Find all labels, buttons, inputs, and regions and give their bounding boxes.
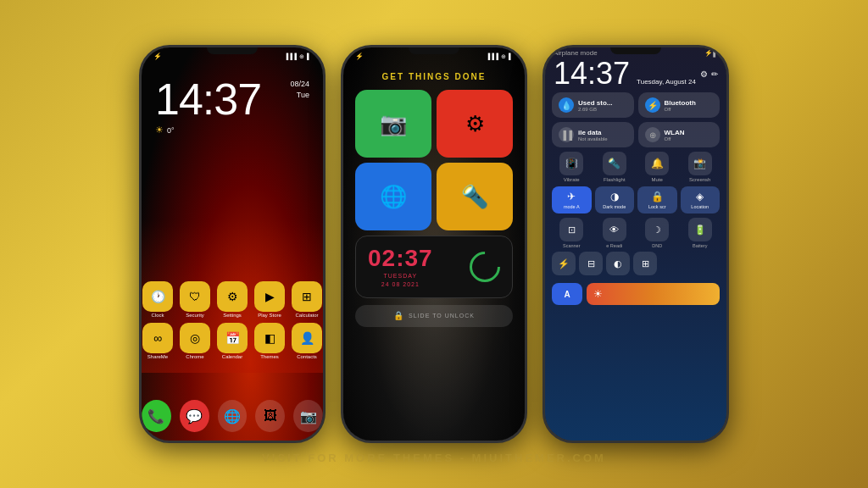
p2-apps-grid: 📷 ⚙ 🌐 🔦 <box>343 90 525 230</box>
status-icons-2: ▐▐▐ ⊕ ▌ <box>486 53 513 60</box>
p2-tile-flashlight[interactable]: 🔦 <box>437 163 513 230</box>
list-item[interactable]: 🛡 Security <box>180 281 210 318</box>
edit-icon-p3[interactable]: ✏ <box>711 69 718 79</box>
list-item[interactable]: ⚙ Settings <box>217 281 248 318</box>
dock-messages[interactable]: 💬 <box>180 400 209 432</box>
list-item[interactable]: 📅 Calendar <box>217 323 248 359</box>
app-icon-calculator[interactable]: ⊞ <box>292 281 322 312</box>
dock-gallery[interactable]: 🖼 <box>255 400 285 432</box>
p3-lang-button[interactable]: A <box>552 283 582 305</box>
status-bar-1: ⚡ ▐▐▐ ⊕ ▌ <box>142 47 323 62</box>
mute-label: Mute <box>652 177 663 182</box>
p3-extras-row: ⚡ ⊟ ◐ ⊞ <box>545 248 726 279</box>
p3-wlan-state: Off <box>665 136 714 141</box>
dnd-icon: ☽ <box>645 218 669 241</box>
p3-mode-dark[interactable]: ◑ Dark mode <box>595 186 635 214</box>
p2-clock-time: 02:37 <box>368 245 433 272</box>
p1-date: 08/24 Tue <box>290 79 309 100</box>
p3-brightness-slider[interactable]: ☀ <box>587 283 720 305</box>
app-icon-shareme[interactable]: ∞ <box>142 323 173 353</box>
homescreen-screen: ⚡ ▐▐▐ ⊕ ▌ GET THINGS DONE 📷 ⚙ 🌐 🔦 02:37 … <box>343 47 525 441</box>
p3-bluetooth-tile[interactable]: ⚡ Bluetooth Off <box>638 92 721 118</box>
p3-mobile-data-tile[interactable]: ▐▐ ile data Not available <box>552 122 634 147</box>
lang-label: A <box>564 290 570 299</box>
dock-phone[interactable]: 📞 <box>142 400 171 432</box>
p3-mode-tiles: ✈ mode A ◑ Dark mode 🔒 Lock scr ◈ Locati… <box>545 186 726 214</box>
brightness2-icon[interactable]: ◐ <box>606 252 630 275</box>
screenshot-icon: 📸 <box>688 152 712 175</box>
list-item[interactable]: ◎ Chrome <box>180 323 210 359</box>
settings-icon-p3[interactable]: ⚙ <box>700 69 708 79</box>
p3-action-screenshot[interactable]: 📸 Screensh <box>681 152 721 182</box>
p2-clock-day: TUESDAY <box>368 272 433 280</box>
brightness-sun-icon: ☀ <box>593 288 603 300</box>
p2-tile-camera[interactable]: 📷 <box>355 90 431 158</box>
p3-mode-lockscreen[interactable]: 🔒 Lock scr <box>637 186 677 214</box>
p2-clock-left: 02:37 TUESDAY 24 08 2021 <box>368 245 433 289</box>
p3-quick-actions: 📳 Vibrate 🔦 Flashlight 🔔 Mute 📸 Screensh <box>545 147 726 186</box>
p3-reading[interactable]: 👁 e Readi <box>595 218 635 248</box>
mobile-data-icon: ▐▐ <box>559 127 574 142</box>
battery-icon-1: ▌ <box>307 53 311 59</box>
p3-scanner[interactable]: ⊡ Scanner <box>552 218 592 248</box>
flash-icon[interactable]: ⚡ <box>552 252 576 275</box>
p1-big-time: 14:37 <box>155 77 309 121</box>
app-icon-playstore[interactable]: ▶ <box>254 281 285 312</box>
p1-date-num: 08/24 <box>290 79 309 90</box>
app-icon-chrome[interactable]: ◎ <box>180 323 210 353</box>
app-icon-settings[interactable]: ⚙ <box>217 281 248 312</box>
phones-container: ⚡ ▐▐▐ ⊕ ▌ 14:37 08/24 Tue ☀ 0° <box>139 45 729 443</box>
screen-icon[interactable]: ⊟ <box>579 252 603 275</box>
list-item[interactable]: ⊞ Calculator <box>292 281 322 318</box>
app-icon-themes[interactable]: ◧ <box>254 323 285 353</box>
list-item[interactable]: ▶ Play Store <box>254 281 285 318</box>
dock-browser[interactable]: 🌐 <box>218 400 248 432</box>
lockscreen-screen: ⚡ ▐▐▐ ⊕ ▌ 14:37 08/24 Tue ☀ 0° <box>142 47 323 441</box>
clock-circle-icon <box>464 245 507 288</box>
status-bar-2: ⚡ ▐▐▐ ⊕ ▌ <box>343 47 525 62</box>
app-label-clock: Clock <box>142 313 173 318</box>
sun-icon: ☀ <box>155 125 164 136</box>
p3-dnd[interactable]: ☽ DND <box>637 218 677 248</box>
battery-icon-p3: 🔋 <box>688 218 712 241</box>
p2-unlock-bar[interactable]: 🔒 SLIDE TO UNLOCK <box>355 305 513 327</box>
p3-storage-tile[interactable]: 💧 Used sto... 2.69 GB <box>552 92 634 118</box>
p3-wlan-tile[interactable]: ⊕ WLAN Off <box>638 122 721 147</box>
app-icon-clock[interactable]: 🕐 <box>142 281 173 312</box>
wifi-icon-1: ⊕ <box>299 53 304 60</box>
app-label-calendar: Calendar <box>217 354 248 359</box>
p2-tile-chrome[interactable]: 🌐 <box>355 163 431 230</box>
mute-icon: 🔔 <box>645 152 669 175</box>
bluetooth-icon-2: ⚡ <box>355 53 364 60</box>
app-icon-contacts[interactable]: 👤 <box>292 323 322 353</box>
dark-mode-icon: ◑ <box>610 191 619 202</box>
p3-action-flashlight[interactable]: 🔦 Flashlight <box>595 152 635 182</box>
p3-wlan-info: WLAN Off <box>665 129 714 141</box>
list-item[interactable]: ◧ Themes <box>254 323 285 359</box>
p3-mode-airplane[interactable]: ✈ mode A <box>552 186 592 214</box>
watermark-text: VISIT FOR MORE THEMES - MIUITHEMER.COM <box>262 452 606 464</box>
p2-tile-settings[interactable]: ⚙ <box>437 90 513 158</box>
p3-wlan-label: WLAN <box>665 129 714 136</box>
p1-weather: ☀ 0° <box>142 121 323 139</box>
dock-camera[interactable]: 📷 <box>293 400 323 432</box>
screenshot-label: Screensh <box>689 177 710 182</box>
phone-homescreen: ⚡ ▐▐▐ ⊕ ▌ GET THINGS DONE 📷 ⚙ 🌐 🔦 02:37 … <box>341 45 527 443</box>
scanner-icon: ⊡ <box>559 218 583 241</box>
app-icon-calendar[interactable]: 📅 <box>217 323 248 353</box>
p3-row3: ⊡ Scanner 👁 e Readi ☽ DND 🔋 Battery <box>545 214 726 248</box>
p3-action-mute[interactable]: 🔔 Mute <box>637 152 677 182</box>
p3-action-vibrate[interactable]: 📳 Vibrate <box>552 152 592 182</box>
p3-storage-info: Used sto... 2.69 GB <box>578 99 627 112</box>
list-item[interactable]: 🕐 Clock <box>142 281 173 318</box>
list-item[interactable]: 👤 Contacts <box>292 323 322 359</box>
p3-battery[interactable]: 🔋 Battery <box>681 218 721 248</box>
app-icon-security[interactable]: 🛡 <box>180 281 210 312</box>
list-item[interactable]: ∞ ShareMe <box>142 323 173 359</box>
p3-data-label: ile data <box>578 129 627 136</box>
app-label-calculator: Calculator <box>292 313 322 318</box>
p1-time-area: 14:37 08/24 Tue <box>142 62 323 121</box>
p3-mode-location[interactable]: ◈ Location <box>681 186 721 214</box>
extra-icon[interactable]: ⊞ <box>633 252 657 275</box>
p1-dock: 📞 💬 🌐 🖼 📷 <box>142 400 323 432</box>
